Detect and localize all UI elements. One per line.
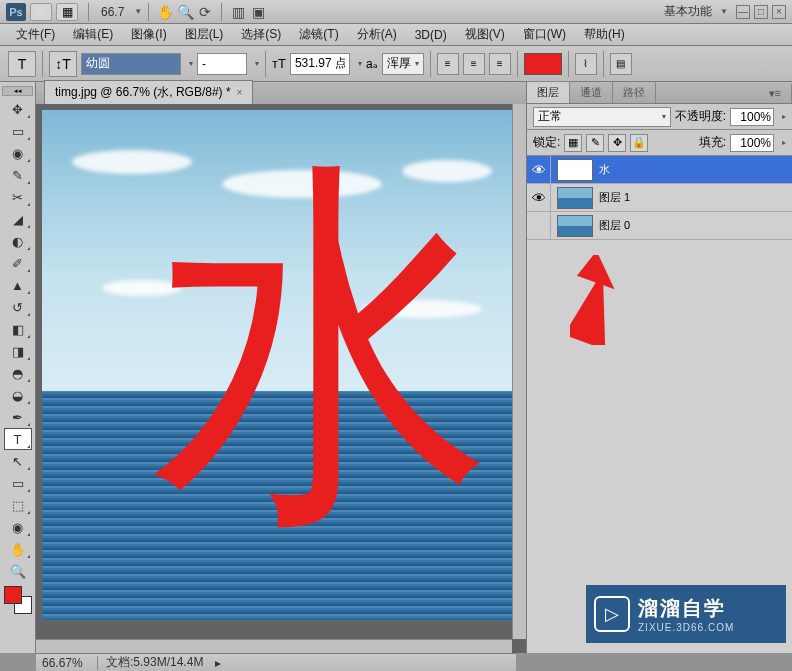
close-icon[interactable]: × — [772, 5, 786, 19]
tab-paths[interactable]: 路径 — [613, 82, 656, 103]
eraser-tool[interactable]: ◧ — [4, 318, 32, 340]
menu-window[interactable]: 窗口(W) — [515, 24, 574, 45]
layer-name[interactable]: 水 — [599, 162, 792, 177]
zoom-level[interactable]: 66.7 — [101, 5, 124, 19]
move-tool[interactable]: ✥ — [4, 98, 32, 120]
visibility-icon[interactable] — [527, 212, 551, 239]
menu-select[interactable]: 选择(S) — [233, 24, 289, 45]
zoom-dropdown-icon[interactable]: ▼ — [134, 7, 142, 16]
arrange-documents-icon[interactable]: ▥ — [228, 3, 248, 21]
layer-thumbnail[interactable] — [557, 215, 593, 237]
menu-analysis[interactable]: 分析(A) — [349, 24, 405, 45]
toolbox-collapse-icon[interactable]: ◂◂ — [2, 86, 33, 96]
menu-3d[interactable]: 3D(D) — [407, 26, 455, 44]
type-tool[interactable]: T — [4, 428, 32, 450]
opacity-input[interactable] — [730, 108, 774, 126]
hand-tool-icon[interactable]: ✋ — [155, 3, 175, 21]
screen-mode-icon[interactable]: ▣ — [248, 3, 268, 21]
canvas[interactable]: 水 — [42, 110, 512, 620]
healing-tool[interactable]: ◐ — [4, 230, 32, 252]
opacity-slider-icon[interactable]: ▸ — [782, 112, 786, 121]
layer-name[interactable]: 图层 0 — [599, 218, 792, 233]
workspace-dropdown-icon[interactable]: ▼ — [720, 7, 728, 16]
lock-transparent-icon[interactable]: ▦ — [564, 134, 582, 152]
lock-position-icon[interactable]: ✥ — [608, 134, 626, 152]
layer-thumbnail[interactable] — [557, 187, 593, 209]
menu-filter[interactable]: 滤镜(T) — [291, 24, 346, 45]
font-style-dropdown-icon[interactable]: ▾ — [255, 59, 259, 68]
status-zoom[interactable]: 66.67% — [42, 656, 98, 670]
layer-thumbnail[interactable]: T — [557, 159, 593, 181]
lasso-tool[interactable]: ◉ — [4, 142, 32, 164]
menu-help[interactable]: 帮助(H) — [576, 24, 633, 45]
brush-tool[interactable]: ✐ — [4, 252, 32, 274]
tab-channels[interactable]: 通道 — [570, 82, 613, 103]
visibility-icon[interactable]: 👁 — [527, 156, 551, 183]
font-size-input[interactable] — [290, 53, 350, 75]
text-orientation-icon[interactable]: ↕T — [49, 51, 77, 77]
path-select-tool[interactable]: ↖ — [4, 450, 32, 472]
close-tab-icon[interactable]: × — [237, 87, 243, 98]
layer-item[interactable]: 👁 图层 1 — [527, 184, 792, 212]
fill-slider-icon[interactable]: ▸ — [782, 138, 786, 147]
menu-edit[interactable]: 编辑(E) — [65, 24, 121, 45]
tab-layers[interactable]: 图层 — [527, 81, 570, 103]
fill-label: 填充: — [699, 134, 726, 151]
text-color-swatch[interactable] — [524, 53, 562, 75]
font-style-input[interactable] — [197, 53, 247, 75]
rotate-view-icon[interactable]: ⟳ — [195, 3, 215, 21]
eyedropper-tool[interactable]: ◢ — [4, 208, 32, 230]
history-brush-tool[interactable]: ↺ — [4, 296, 32, 318]
menu-view[interactable]: 视图(V) — [457, 24, 513, 45]
stamp-tool[interactable]: ▲ — [4, 274, 32, 296]
horizontal-scrollbar[interactable] — [36, 639, 512, 653]
font-family-dropdown-icon[interactable]: ▾ — [189, 59, 193, 68]
align-right-icon[interactable]: ≡ — [489, 53, 511, 75]
foreground-color-swatch[interactable] — [4, 586, 22, 604]
menu-layer[interactable]: 图层(L) — [177, 24, 232, 45]
font-family-input[interactable] — [81, 53, 181, 75]
crop-tool[interactable]: ✂ — [4, 186, 32, 208]
vertical-scrollbar[interactable] — [512, 104, 526, 639]
dodge-tool[interactable]: ◒ — [4, 384, 32, 406]
layer-item[interactable]: 图层 0 — [527, 212, 792, 240]
document-tab[interactable]: timg.jpg @ 66.7% (水, RGB/8#) * × — [44, 80, 253, 104]
marquee-tool[interactable]: ▭ — [4, 120, 32, 142]
hand-tool[interactable]: ✋ — [4, 538, 32, 560]
fill-input[interactable] — [730, 134, 774, 152]
foreground-background-colors[interactable] — [4, 586, 32, 614]
layer-item[interactable]: 👁 T 水 — [527, 156, 792, 184]
3d-camera-tool[interactable]: ◉ — [4, 516, 32, 538]
zoom-tool-icon[interactable]: 🔍 — [175, 3, 195, 21]
shape-tool[interactable]: ▭ — [4, 472, 32, 494]
minimize-icon[interactable]: — — [736, 5, 750, 19]
blur-tool[interactable]: ◓ — [4, 362, 32, 384]
pen-tool[interactable]: ✒ — [4, 406, 32, 428]
align-center-icon[interactable]: ≡ — [463, 53, 485, 75]
canvas-viewport[interactable]: 水 — [36, 104, 526, 653]
app-bar: Ps Br ▦ 66.7 ▼ ✋ 🔍 ⟳ ▥ ▣ 基本功能 ▼ — □ × — [0, 0, 792, 24]
mini-bridge-icon[interactable]: ▦ — [56, 3, 78, 21]
maximize-icon[interactable]: □ — [754, 5, 768, 19]
menu-file[interactable]: 文件(F) — [8, 24, 63, 45]
character-panel-icon[interactable]: ▤ — [610, 53, 632, 75]
zoom-tool[interactable]: 🔍 — [4, 560, 32, 582]
layer-name[interactable]: 图层 1 — [599, 190, 792, 205]
bridge-icon[interactable]: Br — [30, 3, 52, 21]
blend-mode-select[interactable]: 正常▾ — [533, 107, 671, 127]
3d-tool[interactable]: ⬚ — [4, 494, 32, 516]
align-left-icon[interactable]: ≡ — [437, 53, 459, 75]
visibility-icon[interactable]: 👁 — [527, 184, 551, 211]
status-info-dropdown-icon[interactable]: ▸ — [215, 656, 221, 670]
font-size-dropdown-icon[interactable]: ▾ — [358, 59, 362, 68]
menu-image[interactable]: 图像(I) — [123, 24, 174, 45]
quick-select-tool[interactable]: ✎ — [4, 164, 32, 186]
antialiasing-select[interactable]: 浑厚▾ — [382, 53, 424, 75]
panel-menu-icon[interactable]: ▾≡ — [759, 84, 792, 103]
lock-all-icon[interactable]: 🔒 — [630, 134, 648, 152]
warp-text-icon[interactable]: ⌇ — [575, 53, 597, 75]
tool-preset-icon[interactable]: T — [8, 51, 36, 77]
gradient-tool[interactable]: ◨ — [4, 340, 32, 362]
lock-image-icon[interactable]: ✎ — [586, 134, 604, 152]
workspace-label[interactable]: 基本功能 — [664, 3, 712, 20]
